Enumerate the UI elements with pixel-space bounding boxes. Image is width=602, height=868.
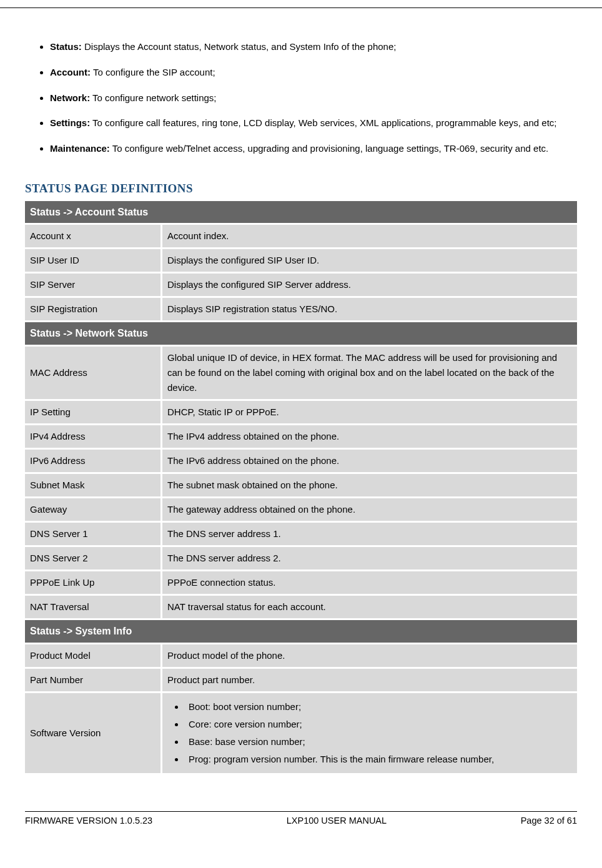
sub-bullet-item: Core: core version number; [185,717,572,732]
table-cell-right: PPPoE connection status. [162,571,577,594]
sub-bullet-item: Boot: boot version number; [185,699,572,714]
bullet-item: Settings: To configure call features, ri… [50,116,577,131]
section-heading: STATUS PAGE DEFINITIONS [25,182,577,195]
table-cell-left: PPPoE Link Up [25,571,162,594]
table-row: DNS Server 1The DNS server address 1. [25,523,577,545]
table-row: IPv6 AddressThe IPv6 address obtained on… [25,450,577,472]
table-section-header-cell: Status -> Network Status [25,322,577,345]
bullet-item: Account: To configure the SIP account; [50,65,577,81]
table-row: IP SettingDHCP, Static IP or PPPoE. [25,401,577,423]
table-cell-left: IPv6 Address [25,450,162,472]
definitions-table: Status -> Account StatusAccount xAccount… [25,199,577,775]
table-cell-left: Gateway [25,498,162,521]
table-row: Subnet MaskThe subnet mask obtained on t… [25,474,577,496]
table-cell-left: SIP Registration [25,298,162,320]
intro-bullet-list: Status: Displays the Account status, Net… [25,39,577,157]
bullet-text: To configure the SIP account; [91,67,215,77]
table-row: Software VersionBoot: boot version numbe… [25,693,577,773]
table-cell-left: Software Version [25,693,162,773]
table-row: DNS Server 2The DNS server address 2. [25,547,577,570]
table-cell-right: The DNS server address 1. [162,523,577,545]
table-cell-right: NAT traversal status for each account. [162,596,577,618]
bullet-text: Displays the Account status, Network sta… [82,41,397,52]
table-row: IPv4 AddressThe IPv4 address obtained on… [25,425,577,448]
table-cell-left: SIP User ID [25,249,162,272]
bullet-label: Network: [50,92,90,103]
table-section-header: Status -> System Info [25,620,577,643]
table-cell-left: Product Model [25,644,162,667]
table-cell-left: SIP Server [25,274,162,296]
table-cell-left: Part Number [25,669,162,691]
table-row: Product ModelProduct model of the phone. [25,644,577,667]
table-cell-left: Account x [25,225,162,247]
table-cell-left: IP Setting [25,401,162,423]
table-cell-right: The subnet mask obtained on the phone. [162,474,577,496]
bullet-item: Maintenance: To configure web/Telnet acc… [50,141,577,157]
bullet-label: Maintenance: [50,143,110,154]
table-section-header: Status -> Account Status [25,201,577,224]
table-cell-right: Account index. [162,225,577,247]
table-cell-left: MAC Address [25,347,162,399]
table-cell-right: The DNS server address 2. [162,547,577,570]
table-cell-right: Product part number. [162,669,577,691]
table-row: Account xAccount index. [25,225,577,247]
table-cell-right: Boot: boot version number;Core: core ver… [162,693,577,773]
bullet-text: To configure network settings; [90,92,216,103]
page-footer: FIRMWARE VERSION 1.0.5.23 LXP100 USER MA… [25,799,577,826]
table-section-header-cell: Status -> System Info [25,620,577,643]
table-section-header-cell: Status -> Account Status [25,201,577,224]
sub-bullet-item: Base: base version number; [185,734,572,749]
table-cell-right: DHCP, Static IP or PPPoE. [162,401,577,423]
table-cell-right: Displays SIP registration status YES/NO. [162,298,577,320]
table-cell-right: Product model of the phone. [162,644,577,667]
table-cell-right: Global unique ID of device, in HEX forma… [162,347,577,399]
table-row: PPPoE Link UpPPPoE connection status. [25,571,577,594]
table-cell-right: Displays the configured SIP Server addre… [162,274,577,296]
sub-bullet-item: Prog: program version number. This is th… [185,752,572,767]
footer-firmware: FIRMWARE VERSION 1.0.5.23 [25,816,152,826]
table-cell-left: DNS Server 2 [25,547,162,570]
table-cell-left: Subnet Mask [25,474,162,496]
table-section-header: Status -> Network Status [25,322,577,345]
page-container: Status: Displays the Account status, Net… [0,7,602,832]
bullet-item: Network: To configure network settings; [50,91,577,106]
table-row: NAT TraversalNAT traversal status for ea… [25,596,577,618]
table-cell-left: NAT Traversal [25,596,162,618]
table-cell-left: IPv4 Address [25,425,162,448]
table-row: SIP ServerDisplays the configured SIP Se… [25,274,577,296]
footer-page-num: Page 32 of 61 [521,816,577,826]
bullet-text: To configure call features, ring tone, L… [90,117,556,128]
footer-title: LXP100 USER MANUAL [287,816,387,826]
table-cell-right: Displays the configured SIP User ID. [162,249,577,272]
table-cell-right: The IPv4 address obtained on the phone. [162,425,577,448]
bullet-label: Settings: [50,117,90,128]
bullet-label: Account: [50,67,91,77]
bullet-text: To configure web/Telnet access, upgradin… [110,143,548,154]
bullet-label: Status: [50,41,82,52]
table-row: SIP User IDDisplays the configured SIP U… [25,249,577,272]
table-row: Part NumberProduct part number. [25,669,577,691]
bullet-item: Status: Displays the Account status, Net… [50,39,577,55]
table-cell-left: DNS Server 1 [25,523,162,545]
sub-bullet-list: Boot: boot version number;Core: core ver… [167,699,572,767]
table-row: SIP RegistrationDisplays SIP registratio… [25,298,577,320]
table-cell-right: The gateway address obtained on the phon… [162,498,577,521]
table-row: GatewayThe gateway address obtained on t… [25,498,577,521]
table-row: MAC AddressGlobal unique ID of device, i… [25,347,577,399]
table-cell-right: The IPv6 address obtained on the phone. [162,450,577,472]
